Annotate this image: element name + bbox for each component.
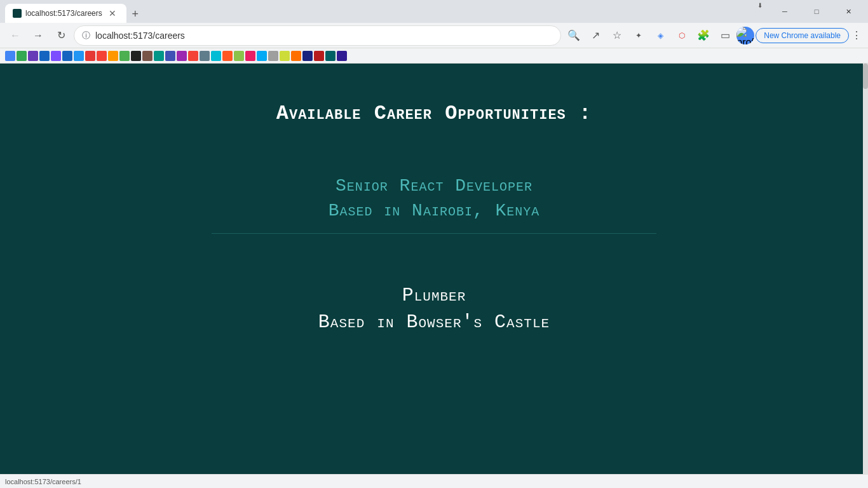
bookmark-28[interactable] bbox=[314, 51, 324, 61]
security-icon: ⓘ bbox=[82, 30, 90, 41]
back-button[interactable]: ← bbox=[5, 25, 25, 46]
window-controls: ⬇ ─ □ ✕ bbox=[757, 2, 863, 21]
bookmark-11[interactable] bbox=[119, 51, 130, 61]
status-bar: localhost:5173/careers/1 bbox=[0, 474, 868, 488]
bookmark-10[interactable] bbox=[108, 51, 118, 61]
bookmark-29[interactable] bbox=[325, 51, 336, 61]
extension-3[interactable]: ⬡ bbox=[672, 25, 692, 46]
bookmark-19[interactable] bbox=[211, 51, 221, 61]
tab-label: localhost:5173/careers bbox=[25, 9, 102, 18]
toolbar-actions: 🔍 ↗ ☆ ✦ ◈ ⬡ 🧩 ▭ New Chrome available ⋮ bbox=[564, 25, 863, 46]
tab-strip: localhost:5173/careers ✕ + bbox=[5, 0, 750, 23]
profile-avatar[interactable] bbox=[736, 27, 754, 44]
close-button[interactable]: ✕ bbox=[834, 2, 863, 21]
bookmark-15[interactable] bbox=[165, 51, 175, 61]
job2-location: Based in Bowser's Castle bbox=[237, 311, 631, 333]
sidebar-button[interactable]: ▭ bbox=[715, 25, 735, 46]
bookmark-1[interactable] bbox=[5, 51, 15, 61]
url-text: localhost:5173/careers bbox=[95, 30, 553, 41]
bookmarks-bar bbox=[0, 48, 868, 64]
extensions-button[interactable]: 🧩 bbox=[693, 25, 714, 46]
bookmark-26[interactable] bbox=[291, 51, 301, 61]
bookmark-17[interactable] bbox=[188, 51, 198, 61]
job1-title: Senior React Developer bbox=[237, 176, 631, 196]
job1-location: Based in Nairobi, Kenya bbox=[237, 201, 631, 220]
title-bar: localhost:5173/careers ✕ + ⬇ ─ □ ✕ bbox=[0, 0, 868, 23]
forward-button[interactable]: → bbox=[28, 25, 48, 46]
bookmark-21[interactable] bbox=[234, 51, 244, 61]
address-bar[interactable]: ⓘ localhost:5173/careers bbox=[74, 25, 561, 46]
tab-favicon bbox=[13, 9, 22, 18]
bookmark-23[interactable] bbox=[257, 51, 267, 61]
bookmark-2[interactable] bbox=[17, 51, 27, 61]
bookmark-button[interactable]: ☆ bbox=[607, 25, 627, 46]
bookmark-27[interactable] bbox=[302, 51, 313, 61]
page-heading: Available career opportunities : bbox=[276, 102, 592, 125]
bookmark-14[interactable] bbox=[154, 51, 164, 61]
bookmark-3[interactable] bbox=[28, 51, 38, 61]
tab-close-button[interactable]: ✕ bbox=[106, 7, 119, 20]
reload-button[interactable]: ↻ bbox=[51, 25, 71, 46]
bookmark-7[interactable] bbox=[74, 51, 84, 61]
browser-frame: localhost:5173/careers ✕ + ⬇ ─ □ ✕ ← → ↻… bbox=[0, 0, 868, 488]
active-tab[interactable]: localhost:5173/careers ✕ bbox=[5, 4, 126, 23]
extension-2[interactable]: ◈ bbox=[650, 25, 670, 46]
bookmark-30[interactable] bbox=[337, 51, 347, 61]
new-tab-button[interactable]: + bbox=[126, 5, 144, 23]
maximize-button[interactable]: □ bbox=[802, 2, 831, 21]
bookmark-8[interactable] bbox=[85, 51, 95, 61]
bookmark-4[interactable] bbox=[39, 51, 50, 61]
new-chrome-button[interactable]: New Chrome available bbox=[756, 28, 849, 43]
bookmark-18[interactable] bbox=[200, 51, 210, 61]
bookmark-22[interactable] bbox=[245, 51, 255, 61]
bookmark-5[interactable] bbox=[51, 51, 61, 61]
scrollbar[interactable] bbox=[863, 64, 868, 474]
bookmark-16[interactable] bbox=[177, 51, 187, 61]
bookmark-13[interactable] bbox=[142, 51, 153, 61]
bookmark-24[interactable] bbox=[268, 51, 278, 61]
job2-title: Plumber bbox=[237, 285, 631, 306]
tab-menu-icon: ⬇ bbox=[757, 2, 763, 21]
job-card-2[interactable]: Plumber Based in Bowser's Castle bbox=[212, 272, 656, 346]
bookmark-9[interactable] bbox=[97, 51, 107, 61]
search-button[interactable]: 🔍 bbox=[564, 25, 584, 46]
bookmark-20[interactable] bbox=[222, 51, 233, 61]
scrollbar-thumb[interactable] bbox=[863, 64, 868, 89]
toolbar: ← → ↻ ⓘ localhost:5173/careers 🔍 ↗ ☆ ✦ ◈… bbox=[0, 23, 868, 48]
bookmark-6[interactable] bbox=[62, 51, 72, 61]
bookmark-12[interactable] bbox=[131, 51, 141, 61]
bookmark-25[interactable] bbox=[280, 51, 290, 61]
more-options-icon[interactable]: ⋮ bbox=[850, 25, 863, 46]
extension-1[interactable]: ✦ bbox=[628, 25, 649, 46]
job-card-1[interactable]: Senior React Developer Based in Nairobi,… bbox=[212, 163, 656, 234]
page-content: Available career opportunities : Senior … bbox=[0, 64, 868, 474]
status-url: localhost:5173/careers/1 bbox=[5, 478, 81, 485]
minimize-button[interactable]: ─ bbox=[770, 2, 799, 21]
share-button[interactable]: ↗ bbox=[585, 25, 606, 46]
